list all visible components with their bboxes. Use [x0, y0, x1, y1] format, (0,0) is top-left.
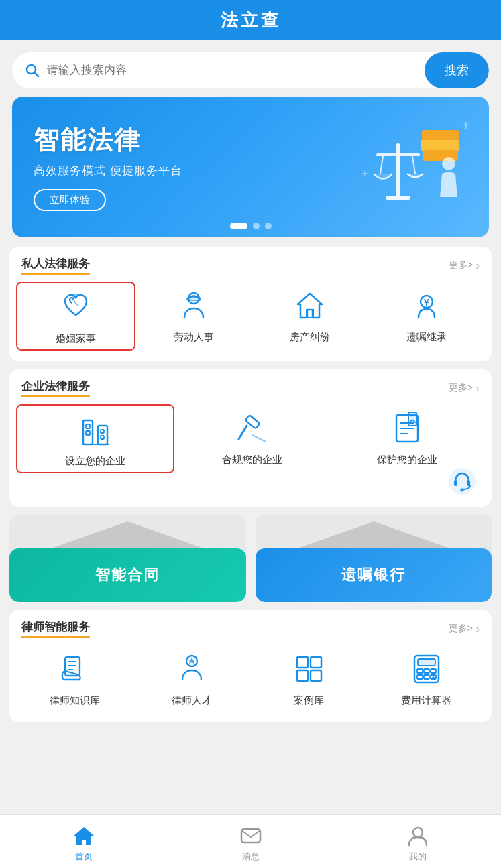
- svg-rect-23: [101, 430, 104, 433]
- lawyer-services-title: 律师智能服务: [21, 619, 90, 638]
- service-label-compliance: 合规您的企业: [222, 454, 282, 467]
- svg-line-9: [412, 156, 415, 174]
- establish-icon: [75, 410, 115, 450]
- lawyer-grid: 律师知识库 律师人才: [16, 645, 485, 711]
- nav-item-profile[interactable]: 我的: [334, 821, 501, 863]
- search-icon: [24, 62, 40, 78]
- smart-contract-card[interactable]: 智能合同: [9, 515, 246, 602]
- banner[interactable]: 智能法律 高效服务模式 便捷服务平台 立即体验: [12, 97, 489, 237]
- banner-subtitle: 高效服务模式 便捷服务平台: [34, 163, 348, 178]
- svg-rect-2: [422, 130, 459, 141]
- will-bank-label: 遗嘱银行: [341, 565, 406, 585]
- banner-title: 智能法律: [34, 123, 348, 158]
- svg-text:¥: ¥: [424, 297, 429, 308]
- banner-dot-2[interactable]: [253, 223, 260, 229]
- knowledge-icon: [54, 649, 95, 689]
- lawyer-label-talent: 律师人才: [172, 694, 212, 707]
- service-label-marriage: 婚姻家事: [56, 332, 96, 345]
- svg-rect-3: [421, 140, 459, 151]
- svg-marker-60: [74, 827, 94, 845]
- lawyer-item-talent[interactable]: 律师人才: [133, 645, 251, 711]
- svg-line-1: [35, 73, 39, 77]
- private-law-more[interactable]: 更多> ›: [449, 259, 480, 273]
- lawyer-services-header: 律师智能服务 更多> ›: [16, 619, 485, 645]
- nav-label-home: 首页: [75, 851, 93, 863]
- private-law-more-arrow: ›: [476, 259, 480, 273]
- lawyer-services-more-arrow: ›: [476, 622, 480, 636]
- svg-rect-51: [418, 659, 435, 666]
- service-label-realestate: 房产纠纷: [290, 331, 330, 344]
- svg-rect-24: [101, 436, 104, 439]
- lawyer-item-calculator[interactable]: 费用计算器: [368, 645, 485, 711]
- lawyer-item-cases[interactable]: 案例库: [251, 645, 368, 711]
- lawyer-services-section: 律师智能服务 更多> › 律师知识库: [9, 610, 492, 722]
- lawyer-label-knowledge: 律师知识库: [50, 694, 100, 707]
- search-button[interactable]: 搜索: [425, 52, 489, 88]
- svg-rect-52: [417, 669, 423, 673]
- svg-rect-55: [417, 675, 423, 679]
- lawyer-item-knowledge[interactable]: 律师知识库: [16, 645, 133, 711]
- private-law-header: 私人法律服务 更多> ›: [16, 256, 485, 282]
- inheritance-icon: ¥: [406, 286, 447, 326]
- nav-item-messages[interactable]: 消息: [167, 821, 334, 863]
- svg-text:+: +: [361, 168, 368, 179]
- service-item-protect[interactable]: 保护您的企业: [329, 404, 485, 473]
- app-header: 法立查: [0, 0, 501, 40]
- svg-rect-56: [424, 675, 429, 679]
- svg-rect-33: [408, 412, 416, 426]
- svg-point-10: [442, 157, 455, 170]
- will-bank-label-block: 遗嘱银行: [256, 548, 492, 602]
- nav-item-home[interactable]: 首页: [0, 821, 167, 863]
- service-item-realestate[interactable]: 房产纠纷: [252, 282, 369, 351]
- will-bank-card[interactable]: 遗嘱银行: [256, 515, 492, 602]
- banner-illustration: + +: [348, 110, 482, 224]
- svg-rect-54: [431, 669, 436, 673]
- service-item-compliance[interactable]: 合规您的企业: [174, 404, 330, 473]
- banner-cta-button[interactable]: 立即体验: [34, 189, 106, 211]
- private-law-section: 私人法律服务 更多> › 婚姻家事: [9, 247, 492, 361]
- banner-dots: [230, 223, 272, 229]
- compliance-icon: [232, 408, 272, 448]
- profile-icon: [406, 825, 429, 848]
- smart-contract-label-block: 智能合同: [9, 548, 246, 602]
- banner-dot-1[interactable]: [230, 223, 247, 229]
- home-icon: [72, 825, 95, 848]
- search-input[interactable]: [47, 64, 425, 77]
- banner-dot-3[interactable]: [265, 223, 272, 229]
- banner-text: 智能法律 高效服务模式 便捷服务平台 立即体验: [12, 103, 348, 231]
- app-title: 法立查: [221, 9, 281, 32]
- svg-rect-48: [297, 670, 308, 681]
- search-section: 搜索: [0, 40, 501, 97]
- service-item-marriage[interactable]: 婚姻家事: [16, 282, 135, 351]
- service-item-inheritance[interactable]: ¥ 遗嘱继承: [368, 282, 485, 351]
- calculator-icon: [406, 649, 447, 689]
- svg-rect-20: [98, 426, 107, 444]
- message-icon: [239, 825, 262, 848]
- protect-icon: [387, 408, 427, 448]
- svg-line-27: [239, 426, 247, 439]
- svg-rect-49: [311, 670, 321, 681]
- service-label-protect: 保护您的企业: [377, 454, 437, 467]
- svg-text:+: +: [462, 118, 470, 133]
- enterprise-law-more[interactable]: 更多> ›: [449, 381, 480, 395]
- service-label-labor: 劳动人事: [174, 331, 214, 344]
- svg-line-8: [380, 156, 383, 174]
- lawyer-label-calculator: 费用计算器: [401, 694, 451, 707]
- lawyer-services-more[interactable]: 更多> ›: [449, 622, 480, 636]
- talent-icon: [172, 649, 212, 689]
- enterprise-law-section: 企业法律服务 更多> › 设立您的企业: [9, 369, 492, 507]
- service-item-labor[interactable]: 劳动人事: [135, 282, 252, 351]
- svg-rect-6: [386, 196, 410, 200]
- bottom-nav: 首页 消息 我的: [0, 814, 501, 868]
- svg-rect-21: [86, 424, 90, 428]
- enterprise-law-title: 企业法律服务: [21, 379, 90, 397]
- smart-cards-row: 智能合同 遗嘱银行: [9, 515, 492, 602]
- svg-rect-14: [187, 298, 201, 300]
- cases-icon: [289, 649, 329, 689]
- service-item-establish[interactable]: 设立您的企业: [16, 404, 174, 473]
- lawyer-label-cases: 案例库: [294, 694, 324, 707]
- enterprise-law-grid: 设立您的企业 合规您的企业: [16, 404, 485, 473]
- svg-rect-47: [311, 657, 321, 668]
- svg-rect-5: [396, 143, 400, 197]
- private-law-grid: 婚姻家事 劳动人事 房产纠纷: [16, 282, 485, 351]
